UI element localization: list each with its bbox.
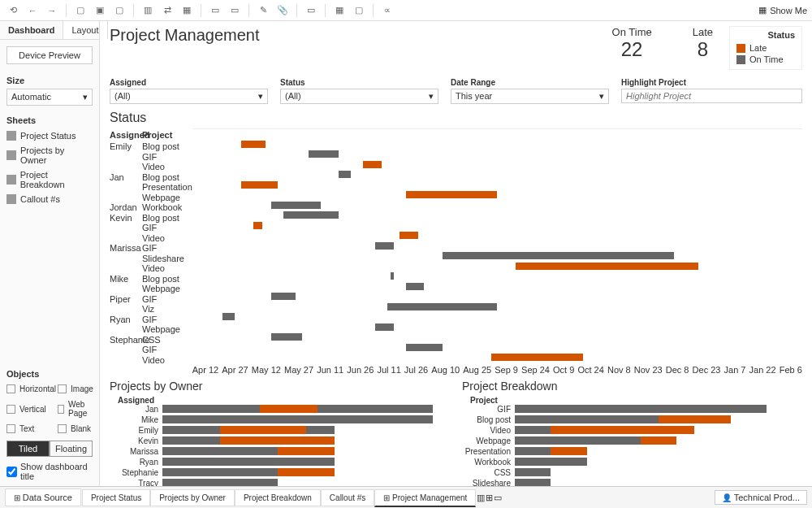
assigned-filter-label: Assigned [110,78,268,87]
assigned-filter[interactable]: (All)▾ [110,89,268,104]
sheet-icon [6,131,16,141]
present-icon[interactable]: ▢ [351,2,367,19]
size-select[interactable]: Automatic▾ [6,89,93,106]
daterange-filter-label: Date Range [451,78,609,87]
object-item[interactable]: Web Page [58,397,93,420]
highlight-icon[interactable]: ✎ [255,2,271,19]
size-label: Size [6,76,93,85]
share-icon[interactable]: ∝ [379,2,395,19]
tiled-button[interactable]: Tiled [6,441,50,457]
sheet-item[interactable]: Project Breakdown [6,167,93,192]
object-icon [6,384,15,393]
objects-label: Objects [6,369,93,379]
totals-icon[interactable]: ▭ [227,2,243,19]
object-icon [58,424,67,433]
show-title-checkbox[interactable]: Show dashboard title [6,462,93,481]
object-item[interactable]: Text [6,422,56,436]
object-item[interactable]: Blank [58,422,93,436]
worksheet-icon[interactable]: ▥ [140,2,156,19]
daterange-filter[interactable]: This year▾ [451,89,609,104]
late-label: Late [693,26,713,38]
highlight-label: Highlight Project [621,78,802,87]
ontime-label: On Time [612,26,652,38]
chevron-down-icon: ▾ [83,92,88,102]
fit-icon[interactable]: ▭ [303,2,319,19]
showme-button[interactable]: ▦ Show Me [758,5,807,15]
device-preview-button[interactable]: Device Preview [6,46,93,64]
cards-icon[interactable]: ▦ [331,2,348,19]
project-breakdown-chart[interactable]: Project Breakdown Project GIFBlog postVi… [462,380,802,487]
undo-icon[interactable]: ⟲ [5,2,21,19]
tab-dashboard[interactable]: Dashboard [0,21,63,39]
sheet-icon [6,175,16,185]
object-icon [58,384,67,393]
status-filter-label: Status [280,78,438,87]
back-icon[interactable]: ← [24,2,41,19]
swap-icon[interactable]: ⇄ [159,2,175,19]
object-item[interactable]: Image [58,382,93,396]
status-filter[interactable]: (All)▾ [280,89,438,104]
sheet-item[interactable]: Project Status [6,128,93,143]
status-section-title: Status [110,111,802,125]
object-item[interactable]: Horizontal [6,382,56,396]
sheet-icon [6,194,16,204]
object-icon [6,424,15,433]
highlight-input[interactable] [621,89,802,103]
sheet-icon [6,150,16,160]
refresh-icon[interactable]: ▢ [111,2,127,19]
projects-by-owner-chart[interactable]: Projects by Owner Assigned JanMikeEmilyK… [110,380,450,487]
sheet-item[interactable]: Callout #s [6,192,93,206]
late-value: 8 [693,38,713,61]
object-item[interactable]: Vertical [6,397,56,420]
forward-icon[interactable]: → [44,2,60,19]
floating-button[interactable]: Floating [50,441,93,457]
dashboard-canvas: Project Management On Time 22 Late 8 Sta… [100,21,812,486]
sidebar: Dashboard Layout Device Preview Size Aut… [0,21,100,486]
sheets-label: Sheets [6,115,93,125]
sort-icon[interactable]: ▦ [179,2,195,19]
pin-icon[interactable]: 📎 [274,2,291,19]
new-data-icon[interactable]: ▣ [92,2,108,19]
save-icon[interactable]: ▢ [72,2,89,19]
toolbar: ⟲ ← → ▢ ▣ ▢ ▥ ⇄ ▦ ▭ ▭ ✎ 📎 ▭ ▦ ▢ ∝ ▦ Show… [0,0,812,21]
status-legend: Status Late On Time [729,26,802,70]
object-icon [6,405,15,414]
sheet-item[interactable]: Projects by Owner [6,143,93,167]
ontime-value: 22 [612,38,652,61]
gantt-chart[interactable]: AssignedProject EmilyBlog postGIFVideoJa… [110,128,802,375]
page-title: Project Management [110,26,260,45]
object-icon [58,405,64,414]
group-icon[interactable]: ▭ [207,2,223,19]
